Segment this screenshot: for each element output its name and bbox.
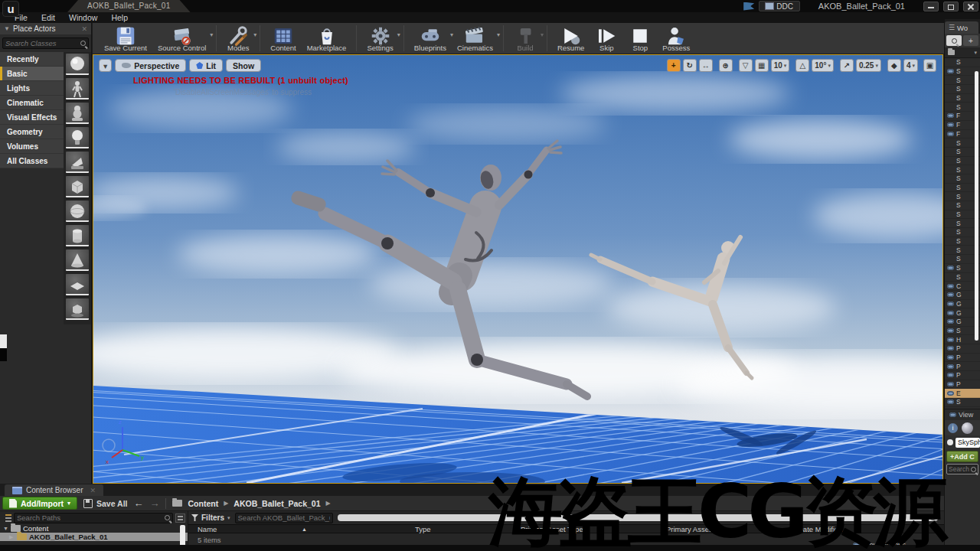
dropdown-caret-icon[interactable]: ▾ <box>541 31 544 38</box>
visibility-eye-icon[interactable] <box>947 113 954 118</box>
visibility-eye-icon[interactable] <box>947 319 954 324</box>
visibility-eye-icon[interactable] <box>947 311 954 315</box>
viewport-options-button[interactable]: ▾ <box>99 59 112 72</box>
forward-button[interactable]: → <box>149 497 159 509</box>
dropdown-caret-icon[interactable]: ▾ <box>497 31 500 38</box>
resume-button[interactable]: Resume <box>552 23 590 54</box>
tree-item-akob_ballet_pack_01[interactable]: ▶AKOB_Ballet_Pack_01 <box>0 533 188 541</box>
place-actors-header[interactable]: ▼ Place Actors ✕ <box>0 23 91 34</box>
category-visual-effects[interactable]: Visual Effects <box>0 110 64 125</box>
actor-thumb-sphere-basic[interactable] <box>66 201 89 222</box>
selected-actor-name[interactable]: SkySphe <box>956 438 980 448</box>
visibility-eye-icon[interactable] <box>947 292 954 297</box>
show-button[interactable]: Show <box>226 59 261 72</box>
outliner-view-options[interactable]: View <box>945 409 980 420</box>
visibility-eye-icon[interactable] <box>947 132 954 136</box>
filters-button[interactable]: Filters▾ <box>191 514 230 522</box>
category-cinematic[interactable]: Cinematic <box>0 96 64 110</box>
save-current-button[interactable]: Save Current <box>99 23 152 54</box>
details-search-box[interactable] <box>946 464 978 474</box>
rotation-snap-value[interactable]: 10°▾ <box>812 59 834 72</box>
add-import-button[interactable]: Add/Import▾ <box>2 497 77 510</box>
world-outliner-tab[interactable]: ☰Wo <box>945 19 980 34</box>
scale-tool[interactable]: ↔ <box>699 59 713 72</box>
visibility-eye-icon[interactable] <box>947 355 954 360</box>
actor-thumb-character[interactable] <box>66 78 89 99</box>
actor-thumb-cube[interactable] <box>66 176 89 197</box>
cinematics-button[interactable]: Cinematics▾ <box>452 23 498 54</box>
possess-button[interactable]: Possess <box>657 23 695 54</box>
menu-help[interactable]: Help <box>104 13 135 22</box>
stop-button[interactable]: Stop <box>623 23 657 54</box>
outliner-row[interactable]: P <box>945 362 980 371</box>
dropdown-caret-icon[interactable]: ▾ <box>210 31 213 38</box>
skip-button[interactable]: Skip <box>590 23 623 54</box>
search-paths-box[interactable] <box>14 513 173 523</box>
viewport[interactable]: z y x ▾ Perspective Lit Show LIGHTING NE… <box>93 54 943 484</box>
content-browser-tab[interactable]: Content Browser ✕ <box>5 484 103 496</box>
category-basic[interactable]: Basic <box>0 67 64 81</box>
close-icon[interactable]: ✕ <box>81 25 87 33</box>
close-icon[interactable]: ✕ <box>90 487 96 494</box>
column-header-type[interactable]: Type <box>415 525 431 534</box>
outliner-row[interactable]: P <box>945 380 980 390</box>
grid-snap-toggle[interactable]: ▦ <box>755 59 769 72</box>
visibility-eye-icon[interactable] <box>947 302 954 306</box>
level-tab[interactable]: AOKB_Ballet_Pack_01 <box>67 0 191 12</box>
build-button[interactable]: Build▾ <box>508 23 542 54</box>
world-local-toggle[interactable]: ⊕ <box>719 59 733 72</box>
add-component-button[interactable]: +Add C <box>946 451 978 462</box>
outliner-row[interactable]: P <box>945 371 980 380</box>
breadcrumb-akob_ballet_pack_01[interactable]: AKOB_Ballet_Pack_01 <box>234 499 320 508</box>
visibility-eye-icon[interactable] <box>947 373 954 377</box>
rotate-tool[interactable]: ↻ <box>683 59 697 72</box>
actor-thumb-cylinder[interactable] <box>66 225 89 246</box>
maximize-viewport-button[interactable]: ▣ <box>923 59 936 72</box>
sort-arrow-icon[interactable]: ▲ <box>302 525 307 534</box>
scale-snap-value[interactable]: 0.25▾ <box>856 59 881 72</box>
outliner-row[interactable]: S <box>945 398 980 407</box>
category-geometry[interactable]: Geometry <box>0 125 64 139</box>
category-lights[interactable]: Lights <box>0 81 64 96</box>
modes-button[interactable]: Modes▾ <box>221 23 255 54</box>
view-mode-button[interactable]: Lit <box>189 59 223 72</box>
search-paths-input[interactable] <box>17 514 165 522</box>
surface-snap-toggle[interactable]: ▽ <box>739 59 753 72</box>
content-button[interactable]: Content <box>265 23 301 54</box>
visibility-eye-icon[interactable] <box>947 364 954 369</box>
category-volumes[interactable]: Volumes <box>0 139 64 154</box>
visibility-eye-icon[interactable] <box>947 399 954 404</box>
ddc-button[interactable]: DDC <box>759 1 800 11</box>
actor-thumb-box-trigger[interactable] <box>66 298 89 320</box>
visibility-eye-icon[interactable] <box>947 122 954 127</box>
close-button[interactable] <box>963 2 978 11</box>
translate-tool[interactable]: + <box>667 59 681 72</box>
outliner-column-header[interactable]: ▾ <box>945 47 980 58</box>
details-search-input[interactable] <box>949 465 971 473</box>
visibility-eye-icon[interactable] <box>947 346 954 350</box>
actor-thumb-cone[interactable] <box>66 249 89 271</box>
outliner-row[interactable]: E <box>945 389 980 398</box>
search-classes-input[interactable] <box>5 39 80 47</box>
save-all-button[interactable]: Save All <box>83 499 127 508</box>
column-header-name[interactable]: Name <box>198 525 217 534</box>
source-control-button[interactable]: Source Control▾ <box>152 23 211 54</box>
actor-thumb-plane[interactable] <box>66 274 89 295</box>
dropdown-caret-icon[interactable]: ▾ <box>253 31 256 38</box>
marketplace-button[interactable]: Marketplace <box>302 23 352 54</box>
rotation-snap-toggle[interactable]: △ <box>795 59 809 72</box>
asset-search-box[interactable] <box>235 513 333 523</box>
outliner-row[interactable]: S <box>945 58 980 67</box>
scale-snap-toggle[interactable]: ↗ <box>840 59 854 72</box>
maximize-button[interactable] <box>943 2 959 11</box>
menu-window[interactable]: Window <box>62 13 104 22</box>
outliner-row[interactable]: P <box>945 344 980 354</box>
outliner-row[interactable]: P <box>945 354 980 363</box>
settings-button[interactable]: Settings▾ <box>361 23 398 54</box>
actor-thumb-sphere[interactable] <box>66 54 89 75</box>
outliner-add-button[interactable]: + <box>963 35 978 46</box>
actor-thumb-player-start[interactable] <box>66 152 89 173</box>
camera-speed-icon[interactable]: ◆ <box>887 59 901 72</box>
grid-snap-value[interactable]: 10▾ <box>771 59 790 72</box>
viewport-scene[interactable]: z y x <box>93 55 942 483</box>
